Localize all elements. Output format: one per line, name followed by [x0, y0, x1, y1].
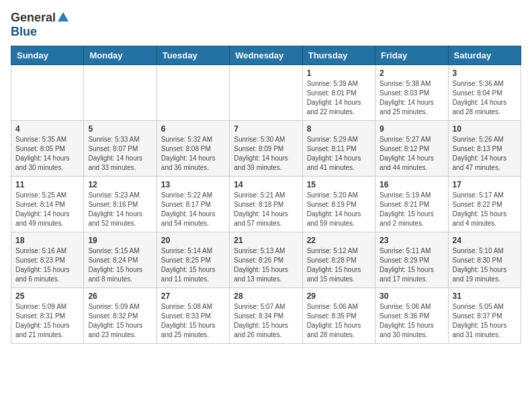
day-number: 8 [307, 124, 371, 134]
day-number: 3 [453, 68, 517, 78]
weekday-header-monday: Monday [84, 46, 157, 65]
calendar-cell: 15Sunrise: 5:20 AM Sunset: 8:19 PM Dayli… [302, 177, 375, 232]
calendar-cell: 1Sunrise: 5:39 AM Sunset: 8:01 PM Daylig… [302, 65, 375, 121]
calendar-cell: 4Sunrise: 5:35 AM Sunset: 8:05 PM Daylig… [11, 121, 84, 177]
day-info: Sunrise: 5:26 AM Sunset: 8:13 PM Dayligh… [453, 135, 517, 173]
day-number: 5 [88, 124, 152, 134]
calendar-cell: 19Sunrise: 5:15 AM Sunset: 8:24 PM Dayli… [84, 232, 157, 288]
day-info: Sunrise: 5:33 AM Sunset: 8:07 PM Dayligh… [88, 135, 152, 173]
day-number: 10 [453, 124, 517, 134]
day-info: Sunrise: 5:21 AM Sunset: 8:18 PM Dayligh… [234, 191, 298, 228]
day-number: 15 [307, 180, 371, 189]
day-info: Sunrise: 5:14 AM Sunset: 8:25 PM Dayligh… [161, 246, 225, 284]
weekday-header-thursday: Thursday [302, 46, 375, 65]
day-info: Sunrise: 5:09 AM Sunset: 8:32 PM Dayligh… [88, 302, 152, 340]
day-info: Sunrise: 5:20 AM Sunset: 8:19 PM Dayligh… [307, 191, 371, 228]
day-number: 28 [234, 291, 298, 301]
calendar-cell: 6Sunrise: 5:32 AM Sunset: 8:08 PM Daylig… [157, 121, 229, 177]
calendar-cell: 8Sunrise: 5:29 AM Sunset: 8:11 PM Daylig… [302, 121, 375, 177]
day-number: 11 [15, 180, 79, 189]
day-number: 19 [88, 236, 152, 245]
day-number: 16 [380, 180, 443, 189]
calendar-cell: 27Sunrise: 5:08 AM Sunset: 8:33 PM Dayli… [157, 288, 229, 344]
day-number: 9 [380, 124, 443, 134]
calendar-cell: 11Sunrise: 5:25 AM Sunset: 8:14 PM Dayli… [11, 177, 84, 232]
calendar-week-3: 11Sunrise: 5:25 AM Sunset: 8:14 PM Dayli… [11, 177, 521, 232]
day-number: 22 [307, 236, 371, 245]
weekday-header-sunday: Sunday [11, 46, 84, 65]
day-number: 12 [88, 180, 152, 189]
day-info: Sunrise: 5:09 AM Sunset: 8:31 PM Dayligh… [15, 302, 79, 340]
day-number: 17 [453, 180, 517, 189]
day-number: 18 [15, 236, 79, 245]
day-number: 25 [15, 291, 79, 301]
day-number: 26 [88, 291, 152, 301]
weekday-header-tuesday: Tuesday [157, 46, 229, 65]
calendar-table: SundayMondayTuesdayWednesdayThursdayFrid… [11, 46, 521, 344]
day-info: Sunrise: 5:27 AM Sunset: 8:12 PM Dayligh… [380, 135, 443, 173]
logo-triangle-icon [58, 12, 69, 24]
calendar-cell: 14Sunrise: 5:21 AM Sunset: 8:18 PM Dayli… [230, 177, 302, 232]
svg-marker-0 [58, 12, 69, 21]
calendar-cell: 18Sunrise: 5:16 AM Sunset: 8:23 PM Dayli… [11, 232, 84, 288]
calendar-cell: 31Sunrise: 5:05 AM Sunset: 8:37 PM Dayli… [448, 288, 521, 344]
day-info: Sunrise: 5:23 AM Sunset: 8:16 PM Dayligh… [88, 191, 152, 228]
day-number: 20 [161, 236, 225, 245]
day-info: Sunrise: 5:05 AM Sunset: 8:37 PM Dayligh… [453, 302, 517, 340]
day-number: 27 [161, 291, 225, 301]
calendar-cell: 20Sunrise: 5:14 AM Sunset: 8:25 PM Dayli… [157, 232, 229, 288]
calendar-cell: 17Sunrise: 5:17 AM Sunset: 8:22 PM Dayli… [448, 177, 521, 232]
day-info: Sunrise: 5:13 AM Sunset: 8:26 PM Dayligh… [234, 246, 298, 284]
calendar-cell [230, 65, 302, 121]
weekday-header-saturday: Saturday [448, 46, 521, 65]
day-info: Sunrise: 5:06 AM Sunset: 8:36 PM Dayligh… [380, 302, 443, 340]
calendar-cell: 30Sunrise: 5:06 AM Sunset: 8:36 PM Dayli… [375, 288, 448, 344]
day-number: 1 [307, 68, 371, 78]
day-info: Sunrise: 5:07 AM Sunset: 8:34 PM Dayligh… [234, 302, 298, 340]
calendar-cell: 25Sunrise: 5:09 AM Sunset: 8:31 PM Dayli… [11, 288, 84, 344]
day-info: Sunrise: 5:19 AM Sunset: 8:21 PM Dayligh… [380, 191, 443, 228]
calendar-cell: 29Sunrise: 5:06 AM Sunset: 8:35 PM Dayli… [302, 288, 375, 344]
calendar-cell [157, 65, 229, 121]
day-number: 31 [453, 291, 517, 301]
logo-blue-text: Blue [11, 25, 37, 38]
day-info: Sunrise: 5:17 AM Sunset: 8:22 PM Dayligh… [453, 191, 517, 228]
day-info: Sunrise: 5:22 AM Sunset: 8:17 PM Dayligh… [161, 191, 225, 228]
calendar-week-1: 1Sunrise: 5:39 AM Sunset: 8:01 PM Daylig… [11, 65, 521, 121]
day-info: Sunrise: 5:29 AM Sunset: 8:11 PM Dayligh… [307, 135, 371, 173]
calendar-cell: 13Sunrise: 5:22 AM Sunset: 8:17 PM Dayli… [157, 177, 229, 232]
calendar-cell [84, 65, 157, 121]
logo-general-text: General [11, 11, 56, 25]
calendar-week-5: 25Sunrise: 5:09 AM Sunset: 8:31 PM Dayli… [11, 288, 521, 344]
calendar-cell: 2Sunrise: 5:38 AM Sunset: 8:03 PM Daylig… [375, 65, 448, 121]
day-info: Sunrise: 5:12 AM Sunset: 8:28 PM Dayligh… [307, 246, 371, 284]
day-info: Sunrise: 5:11 AM Sunset: 8:29 PM Dayligh… [380, 246, 443, 284]
calendar-cell: 9Sunrise: 5:27 AM Sunset: 8:12 PM Daylig… [375, 121, 448, 177]
calendar-cell: 7Sunrise: 5:30 AM Sunset: 8:09 PM Daylig… [230, 121, 302, 177]
day-number: 4 [15, 124, 79, 134]
day-number: 7 [234, 124, 298, 134]
day-number: 6 [161, 124, 225, 134]
calendar-cell: 26Sunrise: 5:09 AM Sunset: 8:32 PM Dayli… [84, 288, 157, 344]
day-info: Sunrise: 5:06 AM Sunset: 8:35 PM Dayligh… [307, 302, 371, 340]
weekday-header-wednesday: Wednesday [230, 46, 302, 65]
calendar-cell: 23Sunrise: 5:11 AM Sunset: 8:29 PM Dayli… [375, 232, 448, 288]
calendar-header-row: SundayMondayTuesdayWednesdayThursdayFrid… [11, 46, 521, 65]
calendar-cell: 3Sunrise: 5:36 AM Sunset: 8:04 PM Daylig… [448, 65, 521, 121]
day-info: Sunrise: 5:38 AM Sunset: 8:03 PM Dayligh… [380, 79, 443, 117]
day-number: 30 [380, 291, 443, 301]
page-header: General Blue [11, 11, 521, 39]
calendar-cell [11, 65, 84, 121]
calendar-cell: 24Sunrise: 5:10 AM Sunset: 8:30 PM Dayli… [448, 232, 521, 288]
weekday-header-friday: Friday [375, 46, 448, 65]
calendar-cell: 10Sunrise: 5:26 AM Sunset: 8:13 PM Dayli… [448, 121, 521, 177]
day-info: Sunrise: 5:08 AM Sunset: 8:33 PM Dayligh… [161, 302, 225, 340]
calendar-week-2: 4Sunrise: 5:35 AM Sunset: 8:05 PM Daylig… [11, 121, 521, 177]
calendar-cell: 28Sunrise: 5:07 AM Sunset: 8:34 PM Dayli… [230, 288, 302, 344]
day-number: 24 [453, 236, 517, 245]
day-info: Sunrise: 5:39 AM Sunset: 8:01 PM Dayligh… [307, 79, 371, 117]
logo: General Blue [11, 11, 69, 39]
calendar-cell: 5Sunrise: 5:33 AM Sunset: 8:07 PM Daylig… [84, 121, 157, 177]
calendar-cell: 21Sunrise: 5:13 AM Sunset: 8:26 PM Dayli… [230, 232, 302, 288]
day-number: 21 [234, 236, 298, 245]
